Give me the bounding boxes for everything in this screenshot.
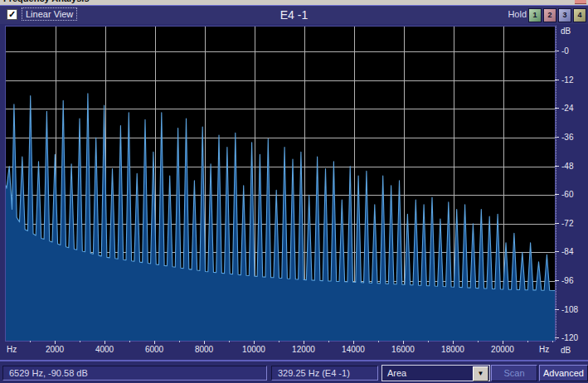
y-major-tick [555, 137, 559, 138]
x-minor-tick [378, 341, 379, 342]
status-note-readout: 329.25 Hz (E4 -1) [271, 366, 378, 381]
x-minor-tick [328, 341, 329, 342]
window-title-text: Frequency Analysis [3, 0, 90, 3]
y-tick-label: -0 [561, 46, 569, 56]
y-tick-label: -48 [561, 162, 573, 171]
hold-button-4[interactable]: 4 [573, 8, 586, 22]
hold-button-3[interactable]: 3 [558, 8, 571, 22]
x-axis-unit-left: Hz [7, 345, 17, 354]
linear-view-checkbox[interactable]: ✓ [7, 9, 17, 20]
x-tick-label: 14000 [342, 345, 365, 354]
y-tick-label: -24 [561, 104, 573, 113]
x-tick-label: 2000 [46, 345, 64, 354]
y-major-tick [555, 51, 559, 51]
x-minor-tick [80, 341, 80, 342]
close-button-fragment[interactable] [575, 0, 586, 4]
y-major-tick [555, 166, 559, 167]
db-axis: -0-12-24-36-48-60-72-84-96-108-120dBdB [554, 24, 588, 359]
x-tick-label: 10000 [242, 345, 265, 354]
y-tick-label: -84 [561, 247, 573, 256]
x-major-tick [453, 341, 454, 344]
hold-button-2[interactable]: 2 [543, 8, 556, 22]
y-tick-label: -12 [561, 75, 573, 85]
y-major-tick [555, 108, 559, 109]
area-select[interactable]: Area ▼ [381, 365, 490, 381]
x-tick-label: 12000 [292, 345, 315, 354]
x-major-tick [55, 341, 56, 344]
y-axis-unit-top: dB [561, 27, 571, 36]
x-minor-tick [527, 341, 528, 342]
y-tick-label: -72 [561, 219, 573, 228]
db-axis-dotted-rule [556, 26, 556, 340]
y-major-tick [555, 280, 559, 281]
x-tick-label: 20000 [491, 345, 514, 354]
linear-view-label[interactable]: Linear View [22, 7, 77, 21]
x-tick-label: 16000 [391, 345, 415, 354]
x-major-tick [503, 341, 503, 344]
x-major-tick [403, 341, 404, 344]
y-major-tick [555, 194, 559, 195]
y-tick-label: -36 [561, 133, 573, 142]
y-tick-label: -96 [561, 276, 573, 285]
x-major-tick [154, 341, 155, 344]
frequency-analysis-window: Frequency Analysis ✓ Linear View E4 -1 H… [0, 0, 588, 383]
y-tick-label: -108 [561, 305, 578, 314]
scan-button[interactable]: Scan [491, 365, 537, 381]
y-axis-unit-bottom: dB [561, 346, 571, 355]
x-minor-tick [279, 341, 279, 342]
chart-region: 2000400060008000100001200014000160001800… [0, 24, 588, 359]
area-select-value: Area [387, 368, 406, 378]
hold-button-1[interactable]: 1 [528, 8, 542, 22]
advanced-button[interactable]: Advanced [539, 365, 588, 381]
spectrum-plot-area[interactable] [5, 26, 556, 342]
y-major-tick [555, 80, 559, 80]
status-bar: 6529 Hz, -90.58 dB 329.25 Hz (E4 -1) Are… [0, 360, 588, 383]
chart-title: E4 -1 [280, 8, 308, 22]
hold-label: Hold [508, 9, 527, 19]
status-cursor-readout: 6529 Hz, -90.58 dB [2, 366, 267, 381]
x-major-tick [254, 341, 255, 344]
x-minor-tick [129, 341, 130, 342]
y-tick-label: -60 [561, 190, 573, 199]
x-tick-label: 4000 [95, 345, 114, 354]
x-minor-tick [428, 341, 429, 342]
x-minor-tick [229, 341, 230, 342]
frequency-axis: 2000400060008000100001200014000160001800… [0, 341, 588, 359]
x-tick-label: 8000 [195, 345, 213, 354]
x-minor-tick [552, 341, 553, 342]
x-major-tick [204, 341, 205, 344]
spectrum-chart [6, 27, 555, 341]
x-axis-unit-right: Hz [539, 345, 549, 354]
x-tick-label: 18000 [441, 345, 464, 354]
y-major-tick [555, 223, 559, 224]
y-major-tick [555, 309, 559, 310]
x-minor-tick [478, 341, 479, 342]
y-major-tick [555, 251, 559, 252]
x-major-tick [353, 341, 354, 344]
x-tick-label: 6000 [145, 345, 163, 354]
x-major-tick [104, 341, 105, 344]
x-major-tick [304, 341, 304, 344]
y-tick-label: -120 [561, 333, 578, 342]
dropdown-arrow-button[interactable]: ▼ [473, 366, 488, 381]
x-minor-tick [30, 341, 31, 342]
y-major-tick [555, 337, 559, 338]
x-minor-tick [179, 341, 180, 342]
header-bar: ✓ Linear View E4 -1 Hold 1 2 3 4 [0, 5, 588, 25]
